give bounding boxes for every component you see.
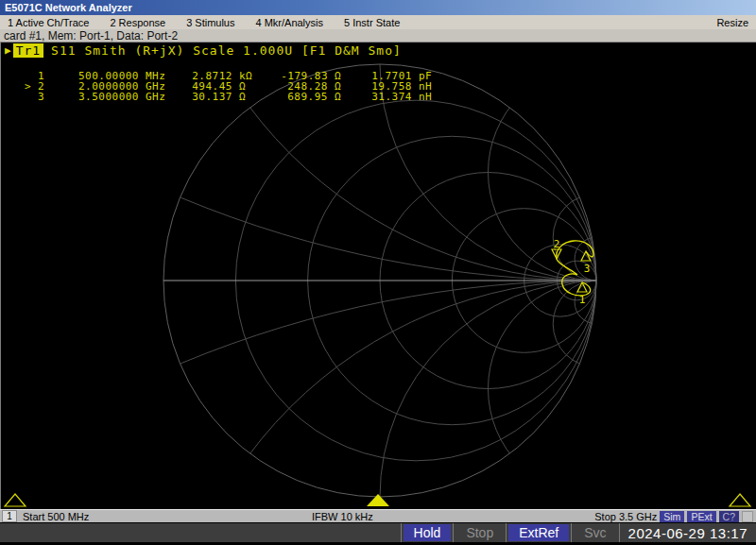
menu-bar: 1 Active Ch/Trace 2 Response 3 Stimulus … — [0, 15, 756, 29]
marker-1-label: 1 — [579, 294, 586, 306]
marker-3-label: 3 — [584, 263, 591, 275]
status-spare-box — [742, 511, 753, 522]
menu-active-ch-trace[interactable]: 1 Active Ch/Trace — [8, 17, 89, 28]
title-bar: E5071C Network Analyzer — [0, 0, 756, 15]
smith-grid — [0, 43, 756, 509]
instrument-status-bar: Hold Stop ExtRef Svc 2024-06-29 13:17 — [0, 522, 756, 542]
ifbw-label: IFBW 10 kHz — [312, 511, 373, 522]
trace-name-badge[interactable]: Tr1 — [13, 43, 43, 58]
marker-resistance-unit: Ω — [232, 92, 269, 102]
active-trace-arrow-icon: ▶ — [5, 44, 12, 57]
window-title: E5071C Network Analyzer — [5, 2, 132, 13]
extref-indicator: ExtRef — [508, 524, 569, 541]
marker-equivalent-value: 31.374 — [357, 92, 412, 102]
marker-reactance-value: 689.95 — [269, 92, 328, 102]
marker-frequency-value: 3.5000000 — [44, 92, 139, 102]
port-ext-badge: PExt — [687, 511, 715, 522]
sweep-start-label: Start 500 MHz — [23, 511, 89, 522]
marker-table: 1 500.00000 MHz 2.8712 kΩ -179.83 Ω 1.77… — [23, 71, 443, 102]
simulator-badge: Sim — [660, 511, 684, 522]
sweep-stop-label: Stop 3.5 GHz — [594, 511, 657, 522]
datetime-display: 2024-06-29 13:17 — [622, 524, 754, 541]
trace-format-text: S11 Smith (R+jX) Scale 1.000U [F1 D&M Sm… — [51, 43, 402, 58]
trace-header: ▶ Tr1 S11 Smith (R+jX) Scale 1.000U [F1 … — [5, 43, 402, 58]
marker-equivalent-unit: nH — [412, 92, 443, 102]
stop-indicator: Stop — [455, 524, 504, 541]
marker-resistance-unit: kΩ — [232, 71, 269, 81]
channel-number-box: 1 — [2, 510, 17, 522]
app-window: E5071C Network Analyzer 1 Active Ch/Trac… — [0, 0, 756, 545]
hold-indicator: Hold — [404, 524, 452, 541]
marker-active-indicator — [23, 92, 31, 102]
marker-active-indicator: > — [23, 81, 31, 92]
marker-row: 3 3.5000000 GHz 30.137 Ω 689.95 Ω 31.374… — [23, 92, 443, 102]
marker-number: 3 — [31, 92, 44, 102]
resize-button[interactable]: Resize — [716, 17, 748, 28]
correction-badge: C? — [719, 511, 739, 522]
display-area: 1 2 3 ▶ Tr1 S11 Smith (R+jX) Scale 1.000… — [0, 43, 756, 509]
sweep-stop-indicator — [730, 494, 750, 506]
svc-indicator: Svc — [574, 524, 616, 541]
active-marker-stimulus-indicator — [367, 494, 389, 506]
marker-reactance-unit: Ω — [328, 71, 357, 81]
marker-frequency-unit: GHz — [139, 92, 180, 102]
menu-response[interactable]: 2 Response — [110, 17, 165, 28]
sweep-start-indicator — [5, 494, 26, 506]
menu-stimulus[interactable]: 3 Stimulus — [186, 17, 234, 28]
smith-chart: 1 2 3 — [0, 43, 756, 509]
card-status-bar: card #1, Mem: Port-1, Data: Port-2 — [0, 29, 756, 43]
menu-mkr-analysis[interactable]: 4 Mkr/Analysis — [255, 17, 323, 28]
sweep-status-bar: 1 Start 500 MHz IFBW 10 kHz Stop 3.5 GHz… — [0, 509, 756, 522]
marker-resistance-unit: Ω — [232, 81, 269, 92]
marker-reactance-unit: Ω — [328, 92, 357, 102]
card-status-text: card #1, Mem: Port-1, Data: Port-2 — [4, 29, 178, 43]
marker-reactance-unit: Ω — [328, 81, 357, 92]
marker-resistance-value: 30.137 — [180, 92, 232, 102]
marker-2-label: 2 — [554, 238, 560, 250]
menu-instr-state[interactable]: 5 Instr State — [344, 17, 400, 28]
